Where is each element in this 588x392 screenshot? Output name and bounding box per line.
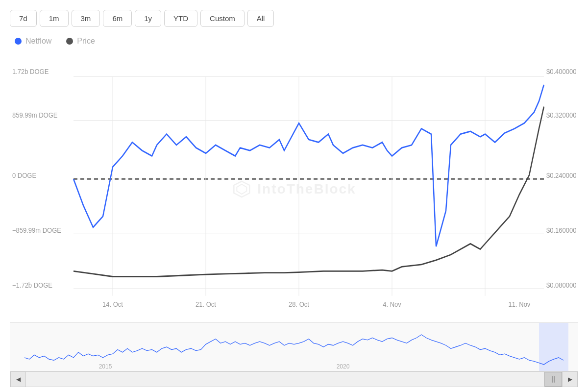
price-line: [74, 107, 544, 277]
svg-text:2020: 2020: [337, 363, 350, 370]
netflow-line: [74, 85, 544, 246]
svg-text:2015: 2015: [99, 363, 112, 370]
x-label-oct14: 14. Oct: [102, 300, 123, 308]
mini-chart-svg: 2015 2020: [10, 323, 578, 371]
price-label-3: $0.240000: [546, 172, 577, 179]
mini-chart: 2015 2020: [10, 322, 578, 371]
svg-rect-13: [539, 323, 568, 371]
price-label-5: $0.080000: [546, 281, 577, 289]
legend-price: Price: [66, 37, 95, 46]
y-label-5: −1.72b DOGE: [12, 281, 52, 289]
time-btn-7d[interactable]: 7d: [10, 10, 37, 27]
main-container: 7d1m3m6m1yYTDCustomAll Netflow Price Int…: [0, 0, 588, 392]
x-label-oct21: 21. Oct: [196, 300, 216, 308]
price-label: Price: [77, 37, 95, 46]
y-label-2: 859.99m DOGE: [12, 111, 57, 119]
chart-legend: Netflow Price: [15, 37, 578, 46]
time-btn-3m[interactable]: 3m: [72, 10, 100, 27]
price-label-4: $0.160000: [546, 226, 577, 234]
netflow-label: Netflow: [25, 37, 51, 46]
scroll-thumb[interactable]: [544, 372, 562, 387]
time-range-selector: 7d1m3m6m1yYTDCustomAll: [10, 10, 578, 27]
netflow-dot: [15, 38, 22, 45]
time-btn-6m[interactable]: 6m: [103, 10, 132, 27]
time-btn-ytd[interactable]: YTD: [164, 10, 197, 27]
chart-svg: 1.72b DOGE 859.99m DOGE 0 DOGE −859.99m …: [10, 57, 578, 320]
scroll-grip: [552, 376, 555, 383]
price-dot: [66, 38, 73, 45]
x-label-nov11: 11. Nov: [509, 300, 531, 308]
main-chart: IntoTheBlock 1.72b DOGE 859.99m DOGE 0 D…: [10, 57, 578, 320]
scroll-left-arrow[interactable]: ◀: [10, 371, 26, 387]
scroll-right-arrow[interactable]: ▶: [562, 371, 578, 387]
time-btn-1m[interactable]: 1m: [40, 10, 69, 27]
price-label-1: $0.400000: [546, 68, 577, 75]
legend-netflow: Netflow: [15, 37, 51, 46]
time-btn-1y[interactable]: 1y: [135, 10, 161, 27]
time-btn-custom[interactable]: Custom: [200, 10, 245, 27]
time-btn-all[interactable]: All: [247, 10, 274, 27]
x-label-oct28: 28. Oct: [289, 300, 309, 308]
scrollbar[interactable]: ◀ ▶: [10, 371, 578, 387]
y-label-3: 0 DOGE: [12, 172, 36, 179]
scroll-track[interactable]: [26, 372, 562, 387]
y-label-1: 1.72b DOGE: [12, 68, 49, 75]
y-label-4: −859.99m DOGE: [12, 226, 61, 234]
x-label-nov4: 4. Nov: [383, 300, 401, 308]
price-label-2: $0.320000: [546, 111, 577, 119]
